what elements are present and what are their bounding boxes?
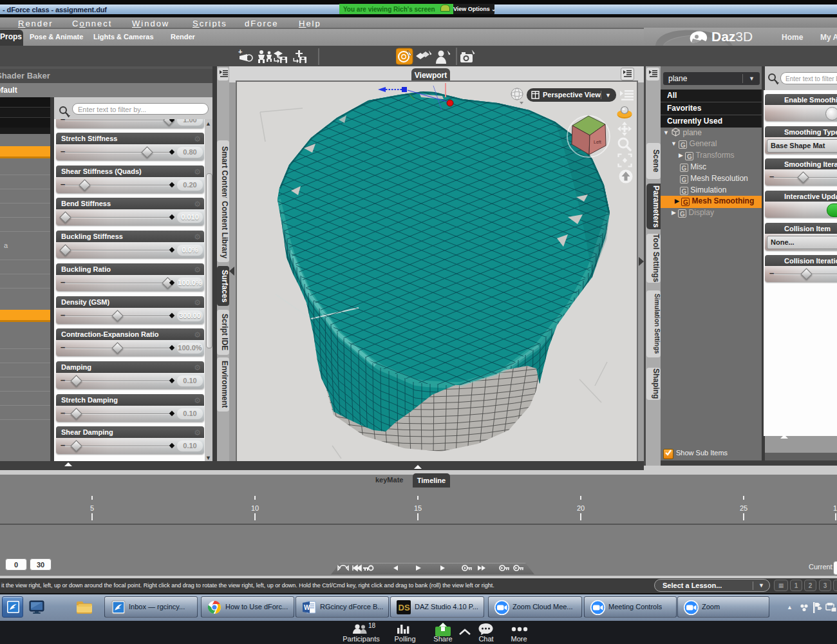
svg-text:W: W [304, 604, 310, 611]
svg-text:DS: DS [399, 603, 410, 612]
svg-text:10: 10 [251, 504, 259, 512]
svg-text:5: 5 [90, 504, 94, 512]
svg-text:25: 25 [740, 504, 748, 512]
svg-text:1: 1 [833, 504, 837, 512]
svg-text:Left: Left [594, 140, 601, 144]
svg-text:+: + [238, 48, 242, 55]
svg-text:15: 15 [414, 504, 422, 512]
svg-text:20: 20 [577, 504, 585, 512]
